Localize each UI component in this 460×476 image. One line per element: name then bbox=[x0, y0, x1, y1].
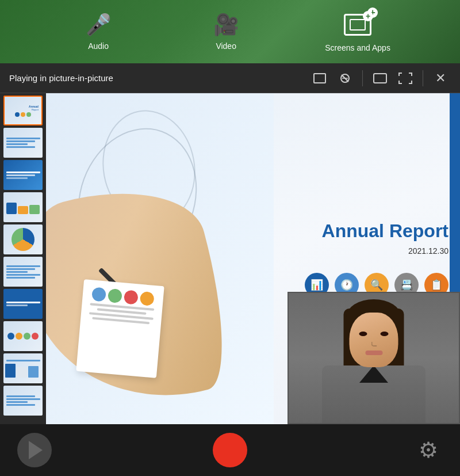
slide-thumb-6[interactable] bbox=[3, 257, 43, 287]
pip-controls: ✕ bbox=[309, 68, 451, 89]
person-body bbox=[322, 365, 425, 423]
slide-thumb-3[interactable] bbox=[3, 160, 43, 190]
person-eye-right bbox=[381, 332, 389, 336]
bottom-bar: ⚙ bbox=[0, 424, 460, 476]
pip-no-video-button[interactable] bbox=[335, 68, 355, 89]
presentation-area: Annual Report 2021.12.30 📊 🕐 🔍 📇 📋 bbox=[46, 93, 460, 424]
fullscreen-icon bbox=[398, 73, 412, 84]
clipboard-circles bbox=[91, 287, 155, 306]
slide-content: Annual Report 2021.12.30 📊 🕐 🔍 📇 📋 bbox=[46, 93, 460, 424]
slide-thumb-9[interactable] bbox=[3, 353, 43, 383]
person-nose bbox=[371, 342, 377, 346]
person-collar bbox=[359, 365, 388, 383]
pip-separator bbox=[362, 70, 363, 86]
window-icon bbox=[373, 73, 387, 83]
presenter-video bbox=[289, 293, 459, 423]
pip-close-button[interactable]: ✕ bbox=[430, 68, 451, 89]
slide-thumb-2[interactable] bbox=[3, 128, 43, 158]
record-button[interactable] bbox=[213, 433, 247, 467]
camera-feed bbox=[288, 292, 460, 424]
video-button[interactable]: 🎥 Video bbox=[197, 13, 255, 51]
slide-thumb-10[interactable] bbox=[3, 386, 43, 416]
top-toolbar: 🎤 Audio 🎥 Video + Screens and Apps bbox=[0, 0, 460, 63]
pip-separator-2 bbox=[423, 70, 423, 86]
screens-apps-label: Screens and Apps bbox=[325, 43, 390, 52]
logo-play-icon bbox=[29, 441, 43, 459]
audio-button[interactable]: 🎤 Audio bbox=[70, 13, 127, 51]
circle-orange bbox=[140, 291, 155, 306]
gear-icon: ⚙ bbox=[419, 437, 438, 463]
pip-square-icon bbox=[313, 73, 326, 83]
camera-icon: 🎥 bbox=[213, 13, 239, 37]
person-lips bbox=[365, 351, 382, 355]
pip-window-button[interactable] bbox=[370, 68, 390, 89]
svg-rect-3 bbox=[374, 74, 386, 83]
slide-title: Annual Report bbox=[259, 220, 448, 242]
slide-thumbnail-panel: Annual Report bbox=[0, 93, 46, 424]
presenter-visual bbox=[46, 93, 274, 424]
microphone-icon: 🎤 bbox=[86, 13, 112, 37]
no-video-icon bbox=[338, 73, 352, 84]
app-logo bbox=[17, 433, 52, 467]
slide-date: 2021.12.30 bbox=[259, 246, 448, 256]
audio-label: Audio bbox=[88, 41, 109, 51]
person-face bbox=[350, 313, 398, 367]
screens-apps-button[interactable]: + Screens and Apps bbox=[325, 11, 390, 52]
settings-button[interactable]: ⚙ bbox=[414, 436, 443, 464]
slide-thumb-4[interactable] bbox=[3, 192, 43, 222]
pip-status-text: Playing in picture-in-picture bbox=[9, 73, 302, 83]
circle-green bbox=[108, 288, 122, 303]
circle-red bbox=[124, 290, 139, 304]
slide-thumb-8[interactable] bbox=[3, 321, 43, 351]
pip-fullscreen-button[interactable] bbox=[395, 68, 416, 89]
pip-bar: Playing in picture-in-picture bbox=[0, 63, 460, 93]
circle-blue bbox=[91, 287, 106, 302]
video-label: Video bbox=[216, 41, 236, 51]
slide-thumb-7[interactable] bbox=[3, 289, 43, 319]
whiteboard-background bbox=[46, 93, 274, 424]
main-content: Annual Report bbox=[0, 93, 460, 424]
slide-thumb-1[interactable]: Annual Report bbox=[3, 96, 43, 125]
pip-square-button[interactable] bbox=[309, 68, 330, 89]
clipboard-paper bbox=[76, 279, 164, 378]
slide-thumb-5[interactable] bbox=[3, 224, 43, 254]
person-eye-left bbox=[359, 332, 367, 336]
